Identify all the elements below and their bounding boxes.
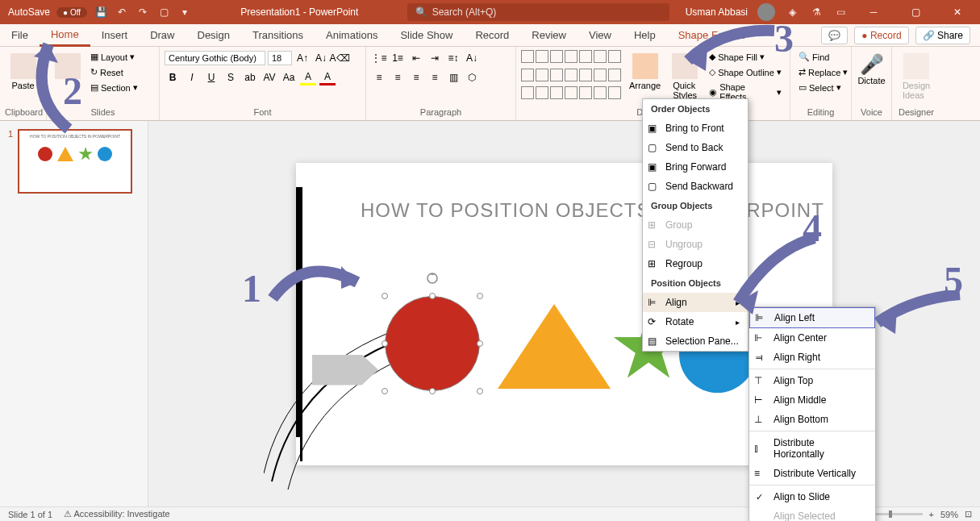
align-left-para[interactable]: ≡ <box>371 69 387 85</box>
justify-para[interactable]: ≡ <box>427 69 443 85</box>
increase-font-icon[interactable]: A↑ <box>294 50 311 66</box>
bold-button[interactable]: B <box>165 69 181 85</box>
qat-more-icon[interactable]: ▾ <box>177 5 192 19</box>
numbering-button[interactable]: 1≡ <box>390 50 406 66</box>
handle-b[interactable] <box>429 388 436 394</box>
comments-button[interactable]: 💬 <box>821 27 848 44</box>
undo-icon[interactable]: ↶ <box>115 5 129 19</box>
section-button[interactable]: ▤ Section ▾ <box>87 81 141 94</box>
change-case-button[interactable]: Aa <box>281 69 297 85</box>
handle-bl[interactable] <box>382 388 388 394</box>
menu-bring-to-front[interactable]: ▣Bring to Front <box>643 119 748 138</box>
align-right-para[interactable]: ≡ <box>408 69 424 85</box>
increase-indent-button[interactable]: ⇥ <box>427 50 443 66</box>
reset-button[interactable]: ↻ Reset <box>87 65 141 79</box>
tab-record[interactable]: Record <box>464 25 520 45</box>
text-direction-button[interactable]: A↓ <box>464 50 480 66</box>
smartart-button[interactable]: ⬡ <box>464 69 480 85</box>
line-spacing-button[interactable]: ≡↕ <box>445 50 461 66</box>
menu-send-to-back[interactable]: ▢Send to Back <box>643 138 748 157</box>
tab-design[interactable]: Design <box>186 25 241 45</box>
bullets-button[interactable]: ⋮≡ <box>371 50 387 66</box>
titlebar: AutoSave ● Off 💾 ↶ ↷ ▢ ▾ Presentation1 -… <box>0 0 980 24</box>
zoom-level[interactable]: 59% <box>940 510 958 519</box>
select-button[interactable]: ▭ Select ▾ <box>795 81 846 94</box>
submenu-dist-v[interactable]: ≡Distribute Vertically <box>749 464 875 483</box>
tab-draw[interactable]: Draw <box>139 25 186 45</box>
italic-button[interactable]: I <box>184 69 200 85</box>
slide-counter[interactable]: Slide 1 of 1 <box>8 510 52 519</box>
find-button[interactable]: 🔍 Find <box>795 50 846 64</box>
font-name-combo[interactable] <box>165 51 265 65</box>
close-button[interactable]: ✕ <box>941 0 974 24</box>
menu-selection-pane[interactable]: ▤Selection Pane... <box>643 331 748 351</box>
save-icon[interactable]: 💾 <box>94 5 108 19</box>
handle-l[interactable] <box>382 340 388 347</box>
zoom-in-button[interactable]: + <box>929 510 934 519</box>
handle-r[interactable] <box>477 340 483 347</box>
handle-tl[interactable] <box>382 293 388 299</box>
align-center-para[interactable]: ≡ <box>390 69 406 85</box>
handle-br[interactable] <box>477 388 483 394</box>
tab-help[interactable]: Help <box>623 25 667 45</box>
search-box[interactable]: 🔍 Search (Alt+Q) <box>407 3 669 21</box>
arrange-button[interactable]: Arrange <box>626 50 664 103</box>
decrease-indent-button[interactable]: ⇤ <box>408 50 424 66</box>
ribbon: Paste Clipboard ▦ Layout ▾ ↻ Reset ▤ Sec… <box>0 47 980 121</box>
minimize-button[interactable]: ─ <box>857 0 890 24</box>
ribbon-display-icon[interactable]: ▭ <box>833 5 848 19</box>
handle-tr[interactable] <box>477 293 483 299</box>
submenu-align-right[interactable]: ⫤Align Right <box>749 348 875 367</box>
share-button[interactable]: 🔗 Share <box>915 27 970 44</box>
orange-triangle-shape[interactable] <box>498 304 611 389</box>
username[interactable]: Usman Abbasi <box>686 6 748 18</box>
font-color-button[interactable]: A <box>319 69 336 85</box>
thumb-star-icon <box>78 147 93 161</box>
submenu-align-center[interactable]: ⊩Align Center <box>749 328 875 348</box>
char-spacing-button[interactable]: AV <box>261 69 277 85</box>
submenu-align-bottom[interactable]: ⊥Align Bottom <box>749 410 875 429</box>
replace-button[interactable]: ⇄ Replace ▾ <box>795 65 846 79</box>
user-avatar[interactable] <box>757 3 775 21</box>
regroup-icon: ⊞ <box>648 258 659 269</box>
annotation-1: 1 <box>242 266 261 311</box>
menu-send-backward[interactable]: ▢Send Backward <box>643 177 748 196</box>
tab-view[interactable]: View <box>578 25 623 45</box>
tab-review[interactable]: Review <box>520 25 578 45</box>
redo-icon[interactable]: ↷ <box>136 5 150 19</box>
layout-button[interactable]: ▦ Layout ▾ <box>87 50 141 64</box>
maximize-button[interactable]: ▢ <box>899 0 932 24</box>
submenu-align-slide[interactable]: ✓Align to Slide <box>749 487 875 506</box>
from-beginning-icon[interactable]: ▢ <box>156 5 171 19</box>
font-size-combo[interactable] <box>268 51 292 65</box>
shadow-button[interactable]: ab <box>242 69 258 85</box>
slide-title[interactable]: HOW TO POSITION OBJECTS IN POWERPOINT <box>361 199 824 222</box>
submenu-dist-h[interactable]: ⫿Distribute Horizontally <box>749 433 875 464</box>
decrease-font-icon[interactable]: A↓ <box>313 50 329 66</box>
tab-slideshow[interactable]: Slide Show <box>389 25 464 45</box>
dictate-button[interactable]: 🎤Dictate <box>857 50 886 89</box>
fit-to-window-button[interactable]: ⊡ <box>965 509 972 519</box>
record-button[interactable]: ● Record <box>854 27 908 44</box>
red-circle-shape[interactable] <box>385 296 480 391</box>
underline-button[interactable]: U <box>203 69 219 85</box>
highlight-button[interactable]: A <box>300 69 316 85</box>
rotate-handle[interactable] <box>426 272 439 285</box>
autosave-toggle[interactable]: ● Off <box>56 7 87 18</box>
columns-button[interactable]: ▥ <box>445 69 461 85</box>
slide-thumbnail[interactable]: HOW TO POSITION OBJECTS IN POWERPOINT <box>18 129 132 194</box>
handle-t[interactable] <box>429 293 436 299</box>
submenu-align-top[interactable]: ⊤Align Top <box>749 371 875 390</box>
tab-insert[interactable]: Insert <box>90 25 140 45</box>
coming-soon-icon[interactable]: ⚗ <box>809 5 824 19</box>
selected-red-circle[interactable] <box>385 296 480 391</box>
accessibility-status[interactable]: ⚠ Accessibility: Investigate <box>64 509 170 519</box>
design-ideas-button[interactable]: Design Ideas <box>897 50 936 103</box>
submenu-align-middle[interactable]: ⊢Align Middle <box>749 390 875 410</box>
tab-transitions[interactable]: Transitions <box>241 25 315 45</box>
menu-bring-forward[interactable]: ▣Bring Forward <box>643 157 748 177</box>
tab-animations[interactable]: Animations <box>315 25 389 45</box>
strikethrough-button[interactable]: S <box>223 69 239 85</box>
shapes-gallery[interactable] <box>521 50 621 103</box>
clear-formatting-icon[interactable]: A⌫ <box>332 50 348 66</box>
